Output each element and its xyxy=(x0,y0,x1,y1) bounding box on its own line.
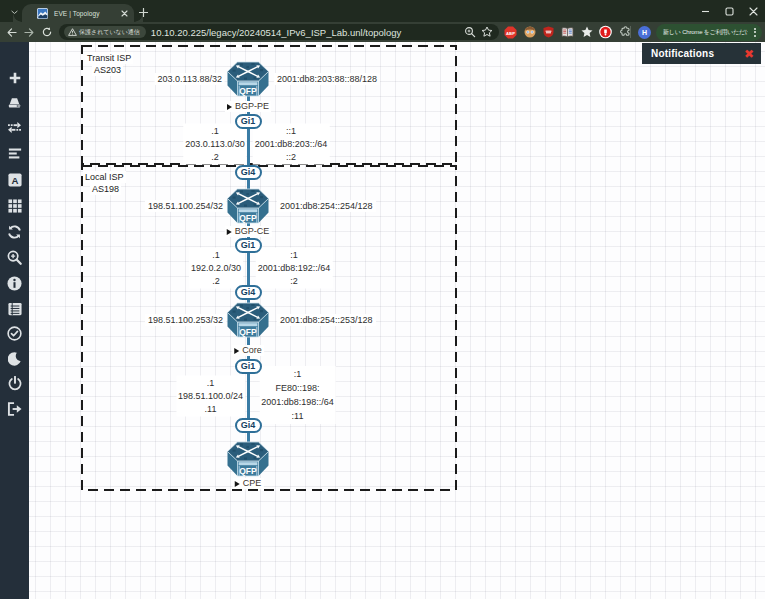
topology-canvas[interactable]: Transit ISP AS203 Local ISP AS198 xyxy=(29,42,765,599)
plus-icon xyxy=(139,8,148,17)
link-label: FE80::198: xyxy=(261,381,334,395)
group-title: Transit ISP xyxy=(85,52,133,64)
refresh-icon xyxy=(42,27,52,37)
zoom-level-icon[interactable] xyxy=(464,26,476,38)
text-lines-icon xyxy=(8,147,22,160)
white-star-extension-icon[interactable] xyxy=(580,26,593,39)
orange-face-extension-icon[interactable] xyxy=(523,26,536,39)
router-node-cpe[interactable]: QFP xyxy=(226,438,270,480)
sidebar-nodes-button[interactable] xyxy=(6,94,23,111)
node-label-bgp-pe[interactable]: BGP-PE xyxy=(225,101,271,112)
node-name: Core xyxy=(242,345,262,356)
menu-dots-icon[interactable] xyxy=(754,28,756,37)
adblock-plus-icon[interactable]: ABP xyxy=(504,26,517,39)
sidebar-status-button[interactable] xyxy=(6,275,23,292)
node-icon-label: QFP xyxy=(239,466,257,476)
node-icon-label: QFP xyxy=(239,327,257,337)
sidebar-zoom-button[interactable] xyxy=(6,249,23,266)
link-label: :11 xyxy=(261,409,334,423)
sidebar-stop-all-button[interactable] xyxy=(6,375,23,392)
interface-core-gi1[interactable]: Gi1 xyxy=(235,359,262,374)
star-icon xyxy=(481,26,493,38)
node-label-core[interactable]: Core xyxy=(232,345,264,356)
svg-text:ABP: ABP xyxy=(506,30,515,35)
interface-bgp-ce-gi1[interactable]: Gi1 xyxy=(235,238,262,253)
sidebar-refresh-button[interactable] xyxy=(6,223,23,240)
link-label: .2 xyxy=(185,150,244,163)
red-shield-extension-icon[interactable] xyxy=(542,26,555,39)
moon-icon xyxy=(8,352,21,366)
router-node-core[interactable]: QFP xyxy=(226,299,270,341)
node-label-bgp-ce[interactable]: BGP-CE xyxy=(225,226,272,237)
eve-sidebar: A xyxy=(0,42,29,599)
extensions-row: ABP xyxy=(504,24,631,40)
sidebar-startup-configs-button[interactable] xyxy=(6,145,23,162)
security-chip[interactable]: 保護されていない通信 xyxy=(64,26,146,38)
sidebar-text-objects-button[interactable]: A xyxy=(6,171,23,188)
interface-bgp-pe-gi1[interactable]: Gi1 xyxy=(235,114,262,129)
sidebar-dark-mode-button[interactable] xyxy=(6,350,23,367)
link-label: 203.0.113.0/30 xyxy=(185,137,244,150)
group-boxes xyxy=(29,42,765,599)
address-bar[interactable]: 保護されていない通信 10.10.20.225/legacy/20240514_… xyxy=(59,24,499,40)
link-label: 2001:db8:198::/64 xyxy=(261,395,334,409)
interface-cpe-gi4[interactable]: Gi4 xyxy=(235,418,262,433)
minimize-button[interactable] xyxy=(693,0,717,22)
link-label: .2 xyxy=(191,274,241,287)
svg-text:A: A xyxy=(11,174,18,185)
router-node-bgp-pe[interactable]: QFP xyxy=(226,58,270,100)
sign-out-icon xyxy=(7,402,22,416)
active-tab[interactable]: EVE | Topology xyxy=(22,4,134,22)
puzzle-icon xyxy=(619,26,631,38)
info-circle-icon xyxy=(7,276,22,291)
interface-core-gi4[interactable]: Gi4 xyxy=(235,285,262,300)
notifications-close-button[interactable]: ✖ xyxy=(744,48,754,60)
list-table-icon xyxy=(8,302,22,316)
interface-bgp-ce-gi4[interactable]: Gi4 xyxy=(235,165,262,180)
browser-toolbar: 保護されていない通信 10.10.20.225/legacy/20240514_… xyxy=(0,22,765,42)
link-label: .1 xyxy=(191,248,241,261)
forward-button[interactable] xyxy=(21,24,37,40)
abp-octagon-icon: ABP xyxy=(504,26,517,39)
sidebar-shapes-button[interactable] xyxy=(6,197,23,214)
bookmark-star-button[interactable] xyxy=(481,26,493,38)
sidebar-configured-nodes-button[interactable] xyxy=(6,325,23,342)
back-button[interactable] xyxy=(4,24,20,40)
refresh-button[interactable] xyxy=(39,24,55,40)
topology-link-line xyxy=(247,85,250,455)
node-icon-label: QFP xyxy=(239,86,257,96)
sidebar-networks-button[interactable] xyxy=(6,119,23,136)
grid-squares-icon xyxy=(8,199,22,213)
sidebar-lab-details-button[interactable] xyxy=(6,300,23,317)
red-circle-extension-icon[interactable] xyxy=(599,26,612,39)
new-tab-button[interactable] xyxy=(137,6,150,19)
close-window-button[interactable] xyxy=(741,0,765,22)
content-area: A xyxy=(0,42,765,599)
link-label: 2001:db8:192::/64 xyxy=(258,261,331,274)
maximize-button[interactable] xyxy=(717,0,741,22)
link-label: .1 xyxy=(178,376,243,389)
eve-favicon-icon xyxy=(37,8,48,19)
chrome-update-pill[interactable]: 新しい Chrome をご利用いただけます xyxy=(656,24,762,41)
router-node-bgp-ce[interactable]: QFP xyxy=(226,185,270,227)
warning-triangle-icon xyxy=(68,28,77,36)
link-label: 2001:db8:203::/64 xyxy=(255,137,328,150)
refresh-arrows-icon xyxy=(7,225,22,239)
chrome-window: EVE | Topology xyxy=(0,0,765,599)
minimize-icon xyxy=(701,7,710,16)
ip-label-bgp-pe-v4: 203.0.113.88/32 xyxy=(155,73,225,85)
node-label-cpe[interactable]: CPE xyxy=(233,478,264,489)
profile-avatar[interactable]: H xyxy=(638,26,651,39)
sidebar-logout-button[interactable] xyxy=(6,400,23,417)
ip-label-bgp-ce-v6: 2001:db8:254::254/128 xyxy=(277,200,376,212)
open-book-extension-icon[interactable] xyxy=(561,26,574,39)
tab-close-button[interactable] xyxy=(118,7,130,19)
update-pill-label: 新しい Chrome をご利用いただけます xyxy=(663,28,748,37)
play-triangle-icon xyxy=(227,104,232,110)
letter-a-box-icon: A xyxy=(8,173,22,187)
sidebar-add-object-button[interactable] xyxy=(6,69,23,86)
link2-right-labels: :1 2001:db8:192::/64 :2 xyxy=(256,247,333,288)
link2-left-labels: .1 192.0.2.0/30 .2 xyxy=(189,247,243,288)
notifications-title: Notifications xyxy=(651,48,714,59)
link-label: ::1 xyxy=(255,124,328,137)
